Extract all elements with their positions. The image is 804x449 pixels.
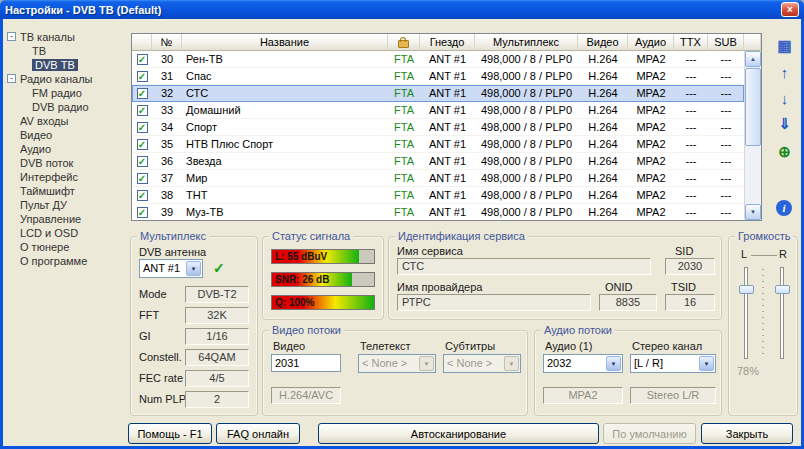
sidebar-item-label: О программе (20, 255, 87, 267)
sidebar-item-13[interactable]: Управление (7, 212, 125, 226)
scroll-thumb[interactable] (745, 68, 761, 146)
channel-row-30[interactable]: ✓30Рен-ТВFTAANT #1498,000 / 8 / PLP0H.26… (132, 51, 744, 68)
channel-checkbox[interactable]: ✓ (132, 122, 152, 133)
scroll-down-icon[interactable]: ▼ (745, 204, 761, 220)
channel-multiplex: 498,000 / 8 / PLP0 (475, 53, 578, 65)
channel-row-35[interactable]: ✓35НТВ Плюс СпортFTAANT #1498,000 / 8 / … (132, 136, 744, 153)
sidebar-item-3[interactable]: -Радио каналы (7, 72, 125, 86)
sidebar-item-7[interactable]: Видео (7, 128, 125, 142)
channel-ttx: --- (674, 70, 708, 82)
sidebar-item-12[interactable]: Пульт ДУ (7, 198, 125, 212)
table-scrollbar[interactable]: ▲ ▼ (744, 51, 761, 220)
sidebar-item-1[interactable]: ТВ (7, 44, 125, 58)
sidebar-item-4[interactable]: FM радио (7, 86, 125, 100)
channel-row-33[interactable]: ✓33ДомашнийFTAANT #1498,000 / 8 / PLP0H.… (132, 102, 744, 119)
video-pid-input[interactable] (271, 354, 341, 372)
channel-video-codec: H.264 (578, 70, 628, 82)
volume-thumb-left[interactable] (739, 285, 754, 294)
mux-param-label-3: Constell. (139, 351, 182, 363)
sidebar-item-16[interactable]: О программе (7, 254, 125, 268)
sidebar-item-11[interactable]: Таймшифт (7, 184, 125, 198)
channel-checkbox[interactable]: ✓ (132, 207, 152, 218)
close-button[interactable]: × (781, 2, 799, 17)
volume-slider-left[interactable] (744, 267, 748, 359)
channel-row-37[interactable]: ✓37МирFTAANT #1498,000 / 8 / PLP0H.264MP… (132, 170, 744, 187)
channel-row-34[interactable]: ✓34СпортFTAANT #1498,000 / 8 / PLP0H.264… (132, 119, 744, 136)
channel-sub: --- (708, 121, 744, 133)
web-icon[interactable]: ⊕ (771, 140, 798, 164)
stereo-channel-select[interactable]: [L / R] ▼ (630, 354, 716, 373)
channel-ttx: --- (674, 53, 708, 65)
help-button[interactable]: Помощь - F1 (128, 423, 212, 444)
titlebar[interactable]: Настройки - DVB ТВ (Default) × (0, 0, 804, 19)
channel-row-31[interactable]: ✓31СпасFTAANT #1498,000 / 8 / PLP0H.264M… (132, 68, 744, 85)
info-icon[interactable]: i (776, 200, 792, 216)
sidebar-item-6[interactable]: AV входы (7, 114, 125, 128)
channel-row-36[interactable]: ✓36ЗвездаFTAANT #1498,000 / 8 / PLP0H.26… (132, 153, 744, 170)
signal-bar-2: Q: 100% (271, 295, 375, 310)
channel-sub: --- (708, 70, 744, 82)
subtitles-label: Субтитры (445, 340, 495, 352)
channel-checkbox[interactable]: ✓ (132, 54, 152, 65)
sidebar-item-8[interactable]: Аудио (7, 142, 125, 156)
channel-num: 37 (152, 172, 182, 184)
sid-label: SID (675, 245, 693, 257)
volume-link-line (751, 255, 777, 256)
close-dialog-button[interactable]: Закрыть (701, 423, 793, 444)
column-header-1[interactable]: № (152, 34, 182, 51)
move-down-icon[interactable]: ↓ (771, 86, 798, 110)
tree-expander-icon[interactable]: - (7, 32, 16, 41)
sidebar-item-0[interactable]: -ТВ каналы (7, 30, 125, 44)
column-header-4[interactable]: Гнездо (420, 34, 475, 51)
audio-pid-select[interactable]: 2032 ▼ (543, 354, 623, 373)
column-header-0[interactable] (132, 34, 152, 51)
channel-sub: --- (708, 189, 744, 201)
sidebar-item-2[interactable]: DVB ТВ (7, 58, 125, 72)
channel-checkbox[interactable]: ✓ (132, 190, 152, 201)
channel-audio-codec: MPA2 (628, 104, 674, 116)
sidebar-item-15[interactable]: О тюнере (7, 240, 125, 254)
channel-access: FTA (388, 87, 420, 99)
volume-slider-right[interactable] (780, 267, 784, 359)
column-header-2[interactable]: Название (182, 34, 388, 51)
channel-video-codec: H.264 (578, 155, 628, 167)
sidebar-item-5[interactable]: DVB радио (7, 100, 125, 114)
volume-thumb-right[interactable] (775, 285, 790, 294)
channel-checkbox[interactable]: ✓ (132, 173, 152, 184)
sidebar-item-label: Интерфейс (20, 171, 78, 183)
channel-ttx: --- (674, 189, 708, 201)
channel-grid-icon[interactable]: ▦ (771, 34, 798, 58)
move-to-bottom-icon[interactable]: ⇓ (771, 112, 798, 136)
column-header-5[interactable]: Мультиплекс (475, 34, 578, 51)
sidebar-item-9[interactable]: DVB поток (7, 156, 125, 170)
channel-sub: --- (708, 138, 744, 150)
settings-window: Настройки - DVB ТВ (Default) × -ТВ канал… (0, 0, 804, 449)
channel-checkbox[interactable]: ✓ (132, 105, 152, 116)
sidebar-item-label: LCD и OSD (20, 227, 78, 239)
channel-row-38[interactable]: ✓38ТНТFTAANT #1498,000 / 8 / PLP0H.264MP… (132, 187, 744, 204)
autoscan-button[interactable]: Автосканирование (318, 423, 599, 444)
column-header-8[interactable]: TTX (674, 34, 708, 51)
channel-checkbox[interactable]: ✓ (132, 139, 152, 150)
checkbox-checked-icon: ✓ (137, 71, 148, 82)
channel-checkbox[interactable]: ✓ (132, 156, 152, 167)
column-header-6[interactable]: Видео (578, 34, 628, 51)
column-header-9[interactable]: SUB (708, 34, 744, 51)
channel-row-39[interactable]: ✓39Муз-ТВFTAANT #1498,000 / 8 / PLP0H.26… (132, 204, 744, 220)
channel-row-32[interactable]: ✓32СТСFTAANT #1498,000 / 8 / PLP0H.264MP… (132, 85, 744, 102)
column-header-3[interactable] (388, 34, 420, 51)
column-header-7[interactable]: Аудио (628, 34, 674, 51)
sidebar-item-10[interactable]: Интерфейс (7, 170, 125, 184)
channel-checkbox[interactable]: ✓ (132, 88, 152, 99)
move-up-icon[interactable]: ↑ (771, 60, 798, 84)
scroll-up-icon[interactable]: ▲ (745, 51, 761, 67)
sidebar-item-14[interactable]: LCD и OSD (7, 226, 125, 240)
table-body: ✓30Рен-ТВFTAANT #1498,000 / 8 / PLP0H.26… (132, 51, 744, 220)
tree-expander-icon[interactable]: - (7, 74, 16, 83)
multiplex-group: Мультиплекс DVB антенна ANT #1 ▼ ✓ ModeD… (130, 236, 258, 416)
chevron-down-icon[interactable]: ▼ (606, 356, 621, 371)
chevron-down-icon[interactable]: ▼ (699, 356, 714, 371)
channel-checkbox[interactable]: ✓ (132, 71, 152, 82)
channel-num: 35 (152, 138, 182, 150)
faq-button[interactable]: FAQ онлайн (216, 423, 300, 444)
